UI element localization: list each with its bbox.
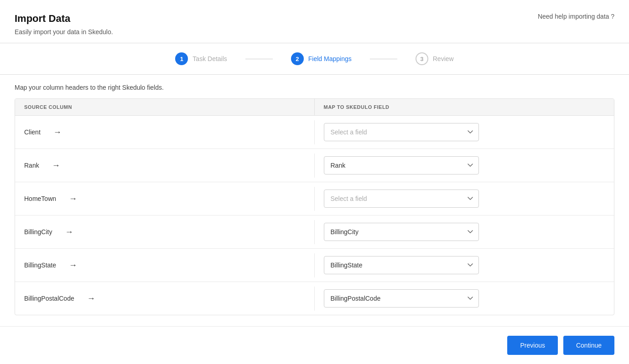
page-container: Import Data Easily import your data in S…	[0, 0, 629, 364]
step-1-number: 1	[180, 56, 183, 62]
col-header-target: MAP TO SKEDULO FIELD	[315, 99, 614, 115]
step-1-circle: 1	[175, 52, 188, 65]
step-2-number: 2	[296, 56, 299, 62]
table-row: Rank → Select a field Rank	[15, 149, 614, 182]
target-col: Select a field BillingPostalCode	[315, 282, 614, 315]
source-col: Client →	[15, 120, 315, 144]
target-col: Select a field BillingCity	[315, 215, 614, 248]
continue-button[interactable]: Continue	[563, 336, 614, 355]
arrow-icon: →	[87, 294, 95, 303]
source-name: BillingCity	[24, 228, 52, 236]
source-name: HomeTown	[24, 195, 56, 202]
source-col: BillingCity →	[15, 220, 315, 244]
field-select-billingpostalcode[interactable]: Select a field BillingPostalCode	[324, 289, 479, 308]
page-subtitle: Easily import your data in Skedulo.	[15, 28, 113, 36]
source-col: Rank →	[15, 154, 315, 178]
table-row: Client → Select a field Client	[15, 116, 614, 149]
step-2: 2 Field Mappings	[291, 52, 352, 65]
step-2-label: Field Mappings	[308, 55, 352, 62]
previous-button[interactable]: Previous	[507, 336, 557, 355]
target-col: Select a field Rank	[315, 149, 614, 182]
step-separator-1	[245, 59, 273, 59]
step-3-circle: 3	[416, 52, 428, 65]
field-select-billingcity[interactable]: Select a field BillingCity	[324, 223, 479, 241]
step-1: 1 Task Details	[175, 52, 227, 65]
field-select-rank[interactable]: Select a field Rank	[324, 156, 479, 174]
table-row: BillingState → Select a field BillingSta…	[15, 249, 614, 282]
help-link[interactable]: Need help importing data ?	[538, 13, 614, 20]
step-separator-2	[370, 59, 397, 59]
col-header-source: SOURCE COLUMN	[15, 99, 315, 115]
mapping-table: SOURCE COLUMN MAP TO SKEDULO FIELD Clien…	[15, 98, 614, 315]
content-area: Map your column headers to the right Ske…	[0, 75, 629, 319]
field-select-hometown[interactable]: Select a field HomeTown	[324, 190, 479, 208]
source-col: BillingState →	[15, 253, 315, 277]
target-col: Select a field BillingState	[315, 249, 614, 282]
field-select-billingstate[interactable]: Select a field BillingState	[324, 256, 479, 274]
arrow-icon: →	[69, 261, 77, 270]
source-name: Rank	[24, 162, 39, 169]
table-row: HomeTown → Select a field HomeTown	[15, 182, 614, 215]
arrow-icon: →	[65, 227, 73, 237]
step-3-number: 3	[420, 56, 423, 62]
arrow-icon: →	[69, 194, 77, 204]
table-row: BillingCity → Select a field BillingCity	[15, 215, 614, 249]
footer: Previous Continue	[0, 326, 629, 364]
source-name: BillingPostalCode	[24, 295, 74, 302]
instructions: Map your column headers to the right Ske…	[15, 84, 614, 91]
stepper: 1 Task Details 2 Field Mappings 3 Review	[0, 43, 629, 74]
source-name: Client	[24, 128, 41, 136]
step-3: 3 Review	[416, 52, 454, 65]
arrow-icon: →	[53, 128, 62, 137]
field-select-client[interactable]: Select a field Client	[324, 123, 479, 141]
target-col: Select a field Client	[315, 116, 614, 149]
step-2-circle: 2	[291, 52, 304, 65]
table-header: SOURCE COLUMN MAP TO SKEDULO FIELD	[15, 99, 614, 116]
header: Import Data Easily import your data in S…	[0, 0, 629, 43]
header-left: Import Data Easily import your data in S…	[15, 13, 113, 36]
source-col: HomeTown →	[15, 187, 315, 211]
target-col: Select a field HomeTown	[315, 182, 614, 215]
arrow-icon: →	[52, 161, 60, 170]
page-title: Import Data	[15, 13, 113, 25]
step-3-label: Review	[433, 55, 454, 62]
source-col: BillingPostalCode →	[15, 287, 315, 311]
table-row: BillingPostalCode → Select a field Billi…	[15, 282, 614, 315]
step-1-label: Task Details	[192, 55, 227, 62]
source-name: BillingState	[24, 261, 56, 269]
